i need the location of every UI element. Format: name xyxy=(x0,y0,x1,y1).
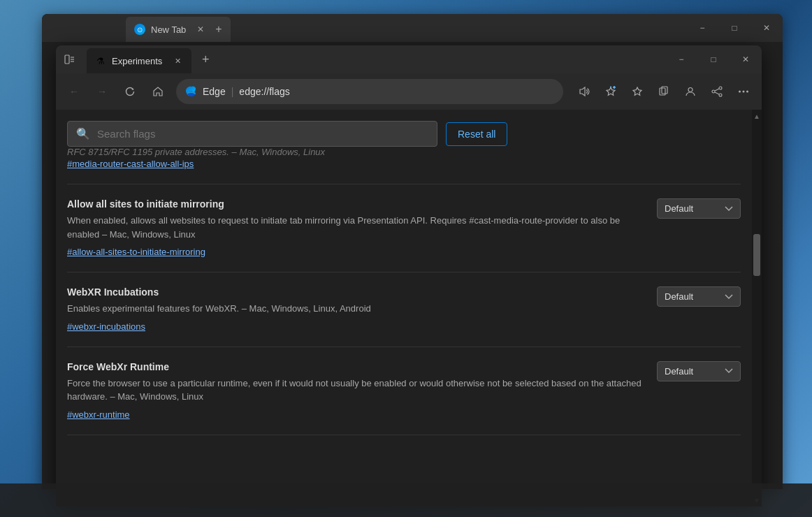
flag-select-mirroring[interactable]: Default Enabled Disabled xyxy=(657,198,741,219)
scrollbar-track[interactable] xyxy=(752,122,762,494)
flag-item-mirroring: Allow all sites to initiate mirroring Wh… xyxy=(67,184,741,272)
experiments-tab-title: Experiments xyxy=(112,56,162,66)
favorites-add-btn[interactable] xyxy=(598,79,623,104)
address-separator: | xyxy=(231,86,234,97)
profile-btn[interactable] xyxy=(678,79,703,104)
home-btn[interactable] xyxy=(145,79,171,104)
flag-select-webxr-incubations[interactable]: Default Enabled Disabled xyxy=(657,286,741,307)
search-bar-area: 🔍 Reset all xyxy=(56,110,752,147)
bg-tab-icon: ⊙ xyxy=(134,24,145,35)
forward-btn[interactable]: → xyxy=(89,79,115,104)
active-tab[interactable]: ⚗ Experiments ✕ xyxy=(87,48,191,73)
favorites-btn[interactable] xyxy=(625,79,650,104)
flag-text-webxr-runtime: Force WebXr Runtime Force the browser to… xyxy=(67,361,646,421)
bg-minimize-btn[interactable]: − xyxy=(686,14,718,42)
sidebar-toggle-btn[interactable] xyxy=(56,45,84,73)
flag-control-mirroring[interactable]: Default Enabled Disabled xyxy=(657,198,741,219)
svg-point-10 xyxy=(719,87,722,89)
address-url: edge://flags xyxy=(239,86,289,97)
more-options-btn[interactable] xyxy=(731,79,756,104)
collections-btn[interactable] xyxy=(651,79,676,104)
nav-right-buttons xyxy=(572,79,756,104)
scrollbar[interactable]: ▲ ▼ xyxy=(752,110,762,507)
experiments-tab-icon: ⚗ xyxy=(95,55,106,66)
flag-desc-webxr-runtime: Force the browser to use a particular ru… xyxy=(67,377,646,404)
reset-all-button[interactable]: Reset all xyxy=(446,122,507,146)
flags-main-content: 🔍 Reset all RFC 8715/RFC 1195 private ad… xyxy=(56,110,752,507)
flags-list: RFC 8715/RFC 1195 private addresses. – M… xyxy=(56,147,752,493)
partial-flag-link[interactable]: #media-router-cast-allow-all-ips xyxy=(67,159,194,169)
flag-title-mirroring: Allow all sites to initiate mirroring xyxy=(67,198,646,210)
flag-title-webxr-runtime: Force WebXr Runtime xyxy=(67,361,646,372)
bg-tab-title: New Tab xyxy=(151,24,186,35)
svg-point-12 xyxy=(712,90,715,93)
search-input-wrapper[interactable]: 🔍 xyxy=(67,121,437,147)
flag-text-mirroring: Allow all sites to initiate mirroring Wh… xyxy=(67,198,646,258)
back-btn[interactable]: ← xyxy=(61,79,87,104)
scrollbar-thumb[interactable] xyxy=(753,234,760,276)
taskbar xyxy=(0,483,812,517)
flag-desc-webxr-incubations: Enables experimental features for WebXR.… xyxy=(67,302,646,316)
flag-control-webxr-incubations[interactable]: Default Enabled Disabled xyxy=(657,286,741,307)
navbar: ← → xyxy=(56,73,762,110)
read-aloud-btn[interactable] xyxy=(572,79,597,104)
bg-window-controls: − □ ✕ xyxy=(686,14,783,42)
search-flags-input[interactable] xyxy=(97,128,428,140)
svg-point-9 xyxy=(688,88,693,92)
flag-desc-mirroring: When enabled, allows all websites to req… xyxy=(67,214,646,241)
svg-point-16 xyxy=(743,91,745,93)
flag-title-webxr-incubations: WebXR Incubations xyxy=(67,286,646,298)
flag-text-webxr-incubations: WebXR Incubations Enables experimental f… xyxy=(67,286,646,333)
flag-link-webxr-incubations[interactable]: #webxr-incubations xyxy=(67,321,145,332)
flag-item-partial-top: RFC 8715/RFC 1195 private addresses. – M… xyxy=(67,147,741,184)
bg-maximize-btn[interactable]: □ xyxy=(718,14,751,42)
flag-link-mirroring[interactable]: #allow-all-sites-to-initiate-mirroring xyxy=(67,247,205,257)
partial-flag-text: RFC 8715/RFC 1195 private addresses. – M… xyxy=(67,147,741,157)
bg-tab-add[interactable]: + xyxy=(215,23,222,36)
address-brand: Edge xyxy=(203,86,226,97)
scroll-up-btn[interactable]: ▲ xyxy=(752,110,762,122)
bg-titlebar: ⊙ New Tab ✕ + − □ ✕ xyxy=(42,14,783,42)
content-area: 🔍 Reset all RFC 8715/RFC 1195 private ad… xyxy=(56,110,762,507)
svg-point-15 xyxy=(739,91,741,93)
experiments-tab-close[interactable]: ✕ xyxy=(172,55,183,66)
flag-item-webxr-incubations: WebXR Incubations Enables experimental f… xyxy=(67,272,741,347)
search-icon: 🔍 xyxy=(76,127,90,140)
svg-point-11 xyxy=(719,94,722,96)
flag-item-webxr-runtime: Force WebXr Runtime Force the browser to… xyxy=(67,347,741,435)
minimize-btn[interactable]: − xyxy=(665,45,697,73)
edge-logo-icon xyxy=(184,85,197,98)
svg-line-14 xyxy=(715,92,719,94)
svg-rect-0 xyxy=(65,55,69,64)
titlebar: ⚗ Experiments ✕ + − □ ✕ xyxy=(56,45,762,73)
refresh-btn[interactable] xyxy=(117,79,143,104)
bg-tab-close[interactable]: ✕ xyxy=(197,24,204,34)
flag-select-webxr-runtime[interactable]: Default OpenXR WMR OpenVR xyxy=(657,361,741,381)
share-btn[interactable] xyxy=(704,79,730,104)
address-bar[interactable]: Edge | edge://flags xyxy=(176,79,563,104)
flag-link-webxr-runtime[interactable]: #webxr-runtime xyxy=(67,409,130,420)
window-controls: − □ ✕ xyxy=(665,45,762,73)
flags-window: ⚗ Experiments ✕ + − □ ✕ ← → xyxy=(56,45,762,507)
bg-close-btn[interactable]: ✕ xyxy=(751,14,783,42)
bg-tab[interactable]: ⊙ New Tab ✕ + xyxy=(126,17,231,42)
flag-control-webxr-runtime[interactable]: Default OpenXR WMR OpenVR xyxy=(657,361,741,381)
maximize-btn[interactable]: □ xyxy=(697,45,730,73)
new-tab-btn[interactable]: + xyxy=(196,50,215,69)
svg-point-17 xyxy=(746,91,748,93)
close-btn[interactable]: ✕ xyxy=(730,45,762,73)
svg-line-13 xyxy=(715,89,719,91)
